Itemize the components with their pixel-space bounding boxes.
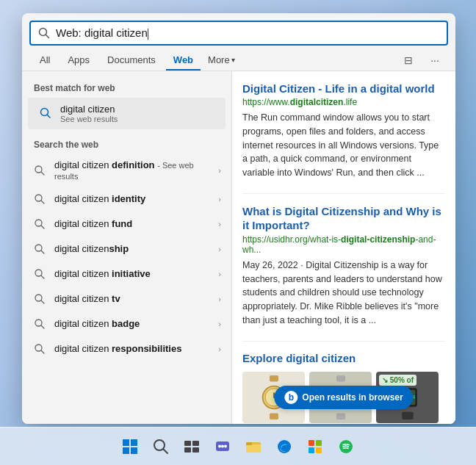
svg-rect-43 bbox=[184, 441, 191, 446]
list-item[interactable]: digital citizen definition - See web res… bbox=[22, 154, 231, 187]
best-match-item[interactable]: digital citizen See web results bbox=[28, 98, 226, 129]
result-title[interactable]: What is Digital Citizenship and Why is i… bbox=[242, 204, 445, 233]
chat-button[interactable] bbox=[209, 433, 236, 460]
start-button[interactable] bbox=[117, 433, 143, 460]
discount-badge: ↘ 50% of bbox=[379, 375, 416, 386]
tab-web[interactable]: Web bbox=[166, 51, 201, 71]
svg-point-50 bbox=[224, 444, 227, 447]
svg-rect-44 bbox=[192, 441, 199, 446]
result-card: What is Digital Citizenship and Why is i… bbox=[242, 204, 445, 328]
search-icon bbox=[38, 27, 50, 39]
result-snippet: The Run command window allows you to sta… bbox=[242, 111, 445, 180]
list-item[interactable]: digital citizenship › bbox=[22, 237, 231, 262]
svg-line-19 bbox=[41, 350, 44, 353]
list-item[interactable]: digital citizen identity › bbox=[22, 187, 231, 212]
best-match-text: digital citizen See web results bbox=[60, 104, 118, 123]
divider bbox=[242, 341, 445, 342]
chevron-right-icon: › bbox=[218, 270, 221, 278]
svg-line-15 bbox=[41, 300, 44, 303]
explore-images: ↘ 50% of 12:34 b Open results in browser bbox=[242, 372, 445, 423]
svg-rect-39 bbox=[123, 447, 129, 454]
chevron-down-icon: ▾ bbox=[231, 56, 235, 64]
spotify-button[interactable] bbox=[333, 433, 359, 460]
minimize-button[interactable]: ⊟ bbox=[398, 50, 419, 71]
svg-rect-57 bbox=[309, 447, 314, 453]
svg-rect-21 bbox=[270, 413, 278, 419]
search-input[interactable]: Web: digital citizen bbox=[56, 26, 439, 40]
search-icon bbox=[32, 267, 47, 281]
search-icon bbox=[32, 292, 47, 306]
list-item[interactable]: digital citizen initiative › bbox=[22, 262, 231, 286]
open-in-browser-button[interactable]: b Open results in browser bbox=[274, 386, 413, 409]
right-panel: Digital Citizen - Life in a digital worl… bbox=[231, 71, 455, 424]
main-content: Best match for web digital citizen See w… bbox=[22, 71, 455, 424]
svg-point-49 bbox=[221, 444, 224, 447]
tab-more[interactable]: More ▾ bbox=[203, 51, 239, 69]
chevron-right-icon: › bbox=[218, 245, 221, 253]
web-search-section: Search the web digital citizen definitio… bbox=[22, 137, 231, 361]
file-explorer-button[interactable] bbox=[240, 433, 267, 460]
svg-rect-55 bbox=[309, 440, 314, 446]
svg-line-3 bbox=[48, 115, 51, 118]
web-search-label: Search the web bbox=[22, 137, 231, 154]
svg-rect-56 bbox=[316, 440, 322, 446]
store-button[interactable] bbox=[302, 433, 328, 460]
svg-line-1 bbox=[46, 35, 49, 37]
search-icon bbox=[32, 163, 47, 178]
task-view-button[interactable] bbox=[178, 433, 205, 460]
best-match-label: Best match for web bbox=[22, 80, 231, 98]
svg-line-42 bbox=[164, 449, 168, 453]
edge-button[interactable] bbox=[271, 433, 298, 460]
svg-line-13 bbox=[41, 275, 44, 278]
chevron-right-icon: › bbox=[218, 195, 221, 203]
svg-line-11 bbox=[41, 250, 44, 253]
svg-line-17 bbox=[41, 325, 44, 328]
chevron-right-icon: › bbox=[218, 320, 221, 328]
svg-rect-38 bbox=[131, 439, 137, 446]
svg-rect-40 bbox=[131, 447, 137, 454]
svg-rect-46 bbox=[192, 447, 199, 453]
list-item[interactable]: digital citizen fund › bbox=[22, 212, 231, 237]
result-snippet: May 26, 2022 · Digital Citizenship is a … bbox=[242, 259, 445, 328]
search-icon bbox=[32, 317, 47, 331]
explore-section: Explore digital citizen bbox=[242, 352, 445, 423]
divider bbox=[242, 193, 445, 194]
tab-documents[interactable]: Documents bbox=[100, 51, 163, 71]
chevron-right-icon: › bbox=[218, 345, 221, 353]
result-url: https://www.digitalcitizen.life bbox=[242, 97, 445, 107]
search-bar[interactable]: Web: digital citizen bbox=[29, 21, 448, 46]
bing-logo: b bbox=[284, 391, 298, 404]
svg-line-9 bbox=[41, 226, 44, 228]
result-url: https://usidhr.org/what-is-digital-citiz… bbox=[242, 234, 445, 255]
svg-line-5 bbox=[41, 172, 44, 175]
explore-title: Explore digital citizen bbox=[242, 352, 445, 364]
list-item[interactable]: digital citizen responsibilities › bbox=[22, 336, 231, 361]
svg-rect-52 bbox=[246, 444, 261, 453]
tab-apps[interactable]: Apps bbox=[60, 51, 97, 71]
svg-line-7 bbox=[41, 201, 44, 203]
svg-rect-58 bbox=[316, 447, 322, 453]
search-icon bbox=[32, 217, 47, 231]
result-card: Digital Citizen - Life in a digital worl… bbox=[242, 82, 445, 180]
taskbar bbox=[0, 427, 476, 465]
search-icon bbox=[32, 242, 47, 256]
svg-rect-37 bbox=[123, 439, 129, 446]
chevron-right-icon: › bbox=[218, 295, 221, 303]
svg-rect-27 bbox=[336, 413, 345, 419]
left-panel: Best match for web digital citizen See w… bbox=[22, 71, 231, 424]
more-options-button[interactable]: ··· bbox=[425, 50, 445, 71]
best-match-search-icon bbox=[38, 106, 53, 120]
svg-rect-53 bbox=[246, 442, 252, 445]
chevron-right-icon: › bbox=[218, 166, 221, 175]
search-taskbar-button[interactable] bbox=[148, 433, 174, 460]
svg-rect-45 bbox=[184, 447, 191, 453]
tab-actions: ⊟ ··· bbox=[398, 50, 445, 71]
list-item[interactable]: digital citizen tv › bbox=[22, 286, 231, 311]
list-item[interactable]: digital citizen badge › bbox=[22, 311, 231, 336]
tab-all[interactable]: All bbox=[32, 51, 57, 71]
result-title[interactable]: Digital Citizen - Life in a digital worl… bbox=[242, 82, 445, 96]
svg-rect-26 bbox=[336, 375, 345, 382]
svg-rect-20 bbox=[270, 375, 278, 382]
search-popup: Web: digital citizen All Apps Documents … bbox=[22, 13, 455, 424]
chevron-right-icon: › bbox=[218, 220, 221, 228]
